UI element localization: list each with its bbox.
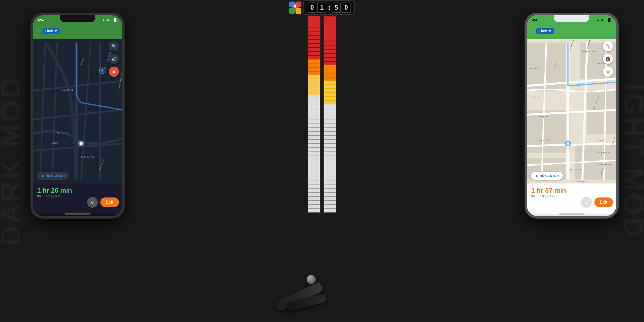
right-route-icon: ⟲ [585,200,588,205]
svg-text:Lazy Creek Rd: Lazy Creek Rd [568,168,581,171]
right-status-icons: ▲ WiFi ▊ [596,18,611,22]
left-bottom-nav: 1 hr 26 min 80 mi · 7:23 PM ⟲ Exit [33,183,122,214]
right-battery-icon: ▊ [608,18,611,22]
svg-text:Catano Rd: Catano Rd [539,139,549,142]
right-route-button[interactable]: ⟲ [581,197,592,208]
right-eta-info: 1 hr 37 min 80 mi · 6:18 PM [531,187,612,198]
right-nav-buttons: ⟲ Exit [581,197,613,208]
right-bottom-nav: 1 hr 37 min 80 mi · 6:18 PM ⟲ Exit [527,183,616,214]
right-compass-icon: 🧭 [605,69,610,74]
right-gauge-bar [323,15,337,213]
right-recenter-icon: ▲ [535,174,538,178]
left-nav-header: ↑ Then ↱ [33,23,122,39]
right-phone-notch [554,15,589,22]
left-sound-button[interactable]: 🔊 [109,54,119,64]
right-phone-container: 4:41 ▲ WiFi ▊ ↑ Then ↱ [525,13,619,219]
left-search-icon: 🔍 [111,44,116,49]
left-search-button[interactable]: 🔍 [109,41,119,51]
svg-text:...n Park: ...n Park [597,139,604,142]
left-gauge-bar [307,15,321,213]
svg-text:Murphy Ra: Murphy Ra [57,132,68,134]
svg-text:Crestline Dr: Crestline Dr [529,96,540,98]
left-status-icons: ▲ WiFi ▊ [102,18,117,22]
right-recenter-button[interactable]: ▲ RE-CENTER [531,172,563,180]
left-then-direction-icon: ↱ [54,29,57,33]
svg-text:Sunnyvale Ct: Sunnyvale Ct [529,67,541,69]
right-map-svg: Ridgemoor Rd Sunnyvale Ct Bellwood Dr Mu… [527,39,616,183]
timer-colon: : [327,4,331,11]
right-map-area[interactable]: Ridgemoor Rd Sunnyvale Ct Bellwood Dr Mu… [527,39,616,183]
left-signal-icon: ▲ [102,18,105,22]
right-signal-icon: ▲ [596,18,600,22]
right-exit-label: Exit [600,200,607,204]
maps-logo-area: 0 1 : 5 0 [289,0,355,15]
left-up-arrow-icon: ↑ [36,27,40,35]
left-route-button[interactable]: ⟲ [87,197,98,208]
timer-digit-2: 5 [332,3,341,13]
left-wifi-icon: WiFi [106,18,113,22]
left-gauge-wrapper: 43 20 [307,15,321,213]
right-up-arrow-icon: ↑ [530,27,534,35]
svg-text:Valley Blvd: Valley Blvd [539,115,548,118]
svg-text:Alamo: Alamo [52,142,58,144]
left-phone-frame: 5:57 ▲ WiFi ▊ ↑ Then ↱ [30,13,125,219]
right-home-indicator [559,213,584,214]
right-wifi-icon: WiFi [601,18,607,22]
left-eta-info: 1 hr 26 min 80 mi · 7:23 PM [37,187,118,198]
right-sound-icon: 🔇 [605,57,610,62]
left-location-button[interactable]: ◆ [109,67,119,77]
right-search-icon: 🔍 [605,44,610,49]
left-phone-container: 5:57 ▲ WiFi ▊ ↑ Then ↱ [30,13,125,219]
svg-rect-32 [587,91,616,134]
left-exit-button[interactable]: Exit [100,197,119,207]
svg-rect-25 [289,2,295,7]
left-phone-notch [60,15,95,22]
svg-rect-28 [296,8,301,14]
left-home-indicator [65,213,90,214]
svg-text:La Piedra Rd: La Piedra Rd [81,156,94,158]
timer-digit-3: 0 [342,3,350,13]
timer-digit-1: 1 [317,3,326,13]
right-time: 4:41 [532,18,539,22]
svg-rect-27 [289,8,295,14]
left-eta-time: 1 hr 26 min [37,187,118,194]
gauge-number-43: 43 [290,112,303,125]
left-recenter-button[interactable]: ▲ RE-CENTER [37,172,69,180]
svg-text:Baldy Peak Dr: Baldy Peak Dr [597,151,610,154]
left-route-icon: ⟲ [90,200,94,205]
right-phone-frame: 4:41 ▲ WiFi ▊ ↑ Then ↱ [525,13,619,219]
timer-digit-0: 0 [308,3,316,13]
right-exit-button[interactable]: Exit [594,197,613,207]
left-battery-icon: ▊ [114,18,117,22]
left-nav-buttons: ⟲ Exit [87,197,119,208]
left-recenter-label: RE-CENTER [45,174,65,178]
timer-display: 0 1 : 5 0 [303,0,355,15]
svg-text:Caravan Ct: Caravan Ct [62,89,73,91]
left-recenter-icon: ▲ [41,174,44,178]
right-then-badge: Then ↱ [536,28,554,34]
right-compass-button[interactable]: 🧭 [603,67,613,77]
left-map-svg: Murrieta Rd Murrieta Rd Caravan Ct Murph… [33,39,122,183]
gauge-container: 43 20 [307,15,337,213]
left-then-label: Then [45,29,53,33]
right-then-label: Then [539,29,547,33]
right-recenter-label: RE-CENTER [540,174,559,178]
left-map-area[interactable]: Murrieta Rd Murrieta Rd Caravan Ct Murph… [33,39,122,183]
tool-arm-overlay [261,195,375,322]
svg-text:Ridgemoor Rd: Ridgemoor Rd [582,50,596,53]
maps-logo-icon [289,2,301,14]
right-eta-time: 1 hr 37 min [531,187,612,194]
right-sound-button[interactable]: 🔇 [603,54,613,64]
svg-text:Mt Bachelor Way: Mt Bachelor Way [597,163,611,166]
right-search-button[interactable]: 🔍 [603,41,613,51]
left-sound-icon: 🔊 [111,57,116,62]
right-then-direction-icon: ↱ [548,29,551,33]
svg-text:Squaw Valley Rd: Squaw Valley Rd [573,180,587,182]
svg-rect-26 [296,2,301,7]
left-time: 5:57 [38,18,45,22]
light-mode-label: IGHT MOD [624,0,644,322]
svg-point-22 [80,142,83,145]
left-location-icon: ◆ [112,69,115,74]
gauge-number-20: 20 [290,173,303,186]
left-exit-label: Exit [106,200,113,204]
